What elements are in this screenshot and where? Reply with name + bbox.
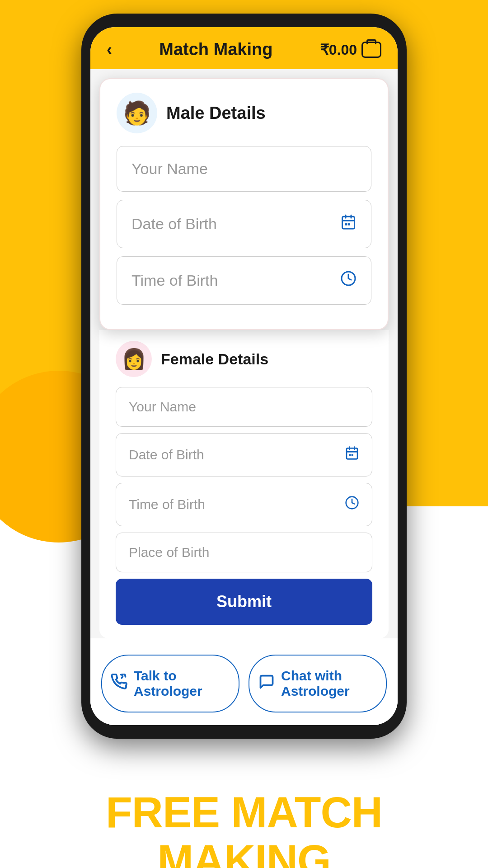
male-avatar: 🧑 xyxy=(117,93,157,133)
phone-icon xyxy=(111,674,127,694)
female-calendar-icon xyxy=(345,445,359,464)
female-section-header: 👩 Female Details xyxy=(116,341,372,377)
calendar-icon xyxy=(340,214,357,234)
balance-text: ₹0.00 xyxy=(320,41,357,58)
male-avatar-emoji: 🧑 xyxy=(123,100,151,126)
female-pob-field[interactable]: Place of Birth xyxy=(116,533,372,572)
chat-with-astrologer-button[interactable]: Chat with Astrologer xyxy=(249,655,387,712)
male-tob-placeholder: Time of Birth xyxy=(131,272,218,289)
chat-icon xyxy=(258,674,275,694)
phone-frame: ‹ Match Making ₹0.00 🧑 Male Details xyxy=(81,14,407,739)
svg-rect-7 xyxy=(347,448,357,459)
female-section-title: Female Details xyxy=(161,350,268,368)
submit-button[interactable]: Submit xyxy=(116,579,372,625)
female-dob-field[interactable]: Date of Birth xyxy=(116,433,372,476)
header-title: Match Making xyxy=(159,40,272,59)
female-name-field[interactable]: Your Name xyxy=(116,387,372,427)
male-dob-placeholder: Date of Birth xyxy=(131,215,217,233)
footer-section: FREE MATCH MAKING 100% CASHBACK on First… xyxy=(0,761,488,868)
screen-content: 🧑 Male Details Your Name Date of Birth xyxy=(90,78,398,725)
free-match-making-headline: FREE MATCH MAKING xyxy=(27,788,461,868)
female-details-section: 👩 Female Details Your Name Date of Birth xyxy=(99,330,389,638)
male-section-header: 🧑 Male Details xyxy=(117,93,371,133)
svg-rect-4 xyxy=(345,223,347,226)
clock-icon xyxy=(340,270,357,291)
header-balance: ₹0.00 xyxy=(320,41,381,58)
talk-to-astrologer-button[interactable]: Talk to Astrologer xyxy=(101,655,239,712)
svg-rect-5 xyxy=(348,223,350,226)
female-tob-placeholder: Time of Birth xyxy=(129,497,205,512)
chat-label: Chat with Astrologer xyxy=(281,668,377,699)
male-tob-field[interactable]: Time of Birth xyxy=(117,256,371,305)
female-pob-placeholder: Place of Birth xyxy=(129,545,209,560)
talk-label: Talk to Astrologer xyxy=(134,668,230,699)
svg-rect-12 xyxy=(352,454,353,456)
male-dob-field[interactable]: Date of Birth xyxy=(117,200,371,248)
male-name-field[interactable]: Your Name xyxy=(117,146,371,192)
svg-rect-11 xyxy=(349,454,351,456)
female-clock-icon xyxy=(345,495,359,514)
app-header: ‹ Match Making ₹0.00 xyxy=(90,27,398,69)
wallet-icon xyxy=(361,42,381,58)
bottom-buttons: Talk to Astrologer Chat with Astrologer xyxy=(90,638,398,725)
female-avatar-emoji: 👩 xyxy=(122,347,146,371)
male-details-card: 🧑 Male Details Your Name Date of Birth xyxy=(99,78,389,330)
male-section-title: Male Details xyxy=(166,104,266,123)
female-dob-placeholder: Date of Birth xyxy=(129,447,204,462)
svg-rect-0 xyxy=(343,217,355,229)
phone-screen: ‹ Match Making ₹0.00 🧑 Male Details xyxy=(90,27,398,725)
female-avatar: 👩 xyxy=(116,341,152,377)
phone-outer: ‹ Match Making ₹0.00 🧑 Male Details xyxy=(81,14,407,739)
back-button[interactable]: ‹ xyxy=(107,40,112,59)
female-name-placeholder: Your Name xyxy=(129,399,196,415)
male-name-placeholder: Your Name xyxy=(131,160,208,178)
female-tob-field[interactable]: Time of Birth xyxy=(116,483,372,526)
